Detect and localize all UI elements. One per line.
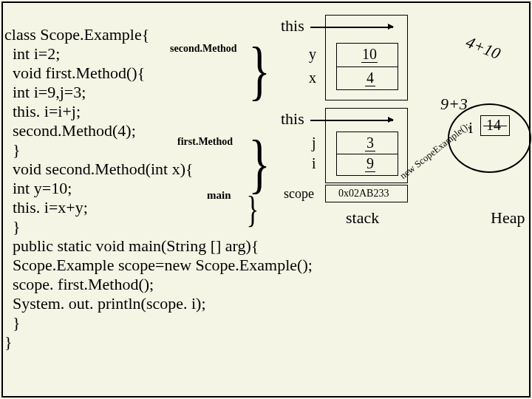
this-arrow-second: [310, 27, 393, 28]
strike-line: [365, 86, 375, 86]
label-stack: stack: [346, 208, 379, 228]
code-line: void second.Method(int x){: [4, 160, 194, 178]
code-line: Scope.Example scope=new Scope.Example();: [4, 256, 313, 274]
stack-var-y: y: [309, 46, 316, 63]
code-line: System. out. println(scope. i);: [4, 294, 206, 313]
stack-val-x: 4: [366, 69, 374, 86]
code-line: void first.Method(){: [4, 64, 145, 82]
stack-var-x: x: [309, 69, 316, 86]
code-line: }: [4, 217, 21, 236]
stack-var-j: j: [312, 134, 316, 151]
code-line: public static void main(String [] arg){: [4, 236, 259, 255]
code-line: class Scope.Example{: [4, 25, 149, 44]
code-line: int i=2;: [4, 44, 60, 63]
code-line: }: [4, 140, 21, 159]
stack-divider: [337, 66, 398, 67]
this-arrow-first: [310, 120, 393, 121]
code-line: }: [4, 313, 21, 332]
stack-val-i: 9: [366, 155, 374, 172]
strike-line: [365, 171, 375, 172]
stack-hex: 0x02AB233: [338, 188, 389, 200]
label-scope: scope: [284, 186, 314, 202]
code-line: int y=10;: [4, 179, 72, 197]
brace-main: }: [247, 198, 259, 220]
code-line: int i=9,j=3;: [4, 83, 86, 101]
stack-val-y: 10: [362, 46, 377, 63]
stack-var-i: i: [312, 155, 316, 172]
stack-val-j: 3: [366, 134, 374, 151]
label-first-method: first.Method: [177, 136, 233, 148]
this-label-second: this: [281, 16, 304, 35]
code-line: }: [4, 332, 13, 351]
label-second-method: second.Method: [170, 43, 237, 55]
this-label-first: this: [281, 109, 304, 129]
label-heap: Heap: [491, 208, 525, 228]
code-line: this. i=x+y;: [4, 198, 88, 216]
heap-field-val: 14: [486, 117, 501, 134]
brace-second: }: [248, 52, 270, 91]
code-line: second.Method(4);: [4, 121, 136, 140]
expr-9plus3: 9+3: [440, 95, 468, 114]
strike-line: [361, 62, 378, 63]
brace-first: }: [248, 145, 270, 184]
label-main: main: [207, 189, 231, 202]
code-line: this. i=i+j;: [4, 102, 81, 120]
code-line: scope. first.Method();: [4, 275, 154, 293]
stack-divider: [337, 154, 398, 154]
strike-line: [365, 151, 375, 151]
